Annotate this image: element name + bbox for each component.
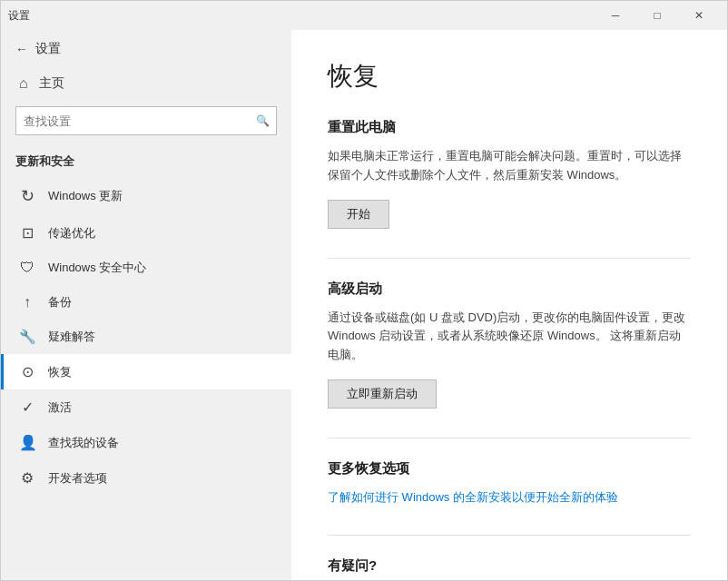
advanced-section-title: 高级启动: [328, 281, 691, 298]
sidebar-item-label: 激活: [48, 399, 72, 416]
reset-start-button[interactable]: 开始: [328, 200, 389, 229]
sidebar-item-developer[interactable]: ⚙ 开发者选项: [1, 460, 291, 496]
search-container: 🔍: [15, 106, 277, 135]
divider-1: [328, 258, 691, 259]
question-section: 有疑问?: [328, 557, 691, 575]
sidebar-item-label: Windows 更新: [48, 188, 123, 204]
main-content: 恢复 重置此电脑 如果电脑未正常运行，重置电脑可能会解决问题。重置时，可以选择保…: [291, 30, 727, 580]
titlebar-left: 设置: [8, 8, 30, 24]
windows-update-icon: ↻: [19, 186, 35, 206]
back-button[interactable]: ← 设置: [1, 30, 291, 68]
sidebar-item-windows-update[interactable]: ↻ Windows 更新: [1, 177, 291, 215]
sidebar-item-activation[interactable]: ✓ 激活: [1, 389, 291, 425]
home-icon: ⌂: [19, 75, 28, 92]
home-label: 主页: [39, 75, 64, 92]
sidebar: ← 设置 ⌂ 主页 🔍 更新和安全 ↻ Windows 更新 ⊡ 传递优化: [1, 30, 291, 580]
find-my-device-icon: 👤: [19, 434, 35, 451]
titlebar-controls: ─ □ ✕: [595, 1, 720, 30]
page-title: 恢复: [328, 59, 691, 94]
titlebar-title: 设置: [8, 8, 30, 24]
back-arrow-icon: ←: [15, 42, 28, 56]
sidebar-item-label: 备份: [48, 294, 72, 310]
maximize-button[interactable]: □: [636, 1, 678, 30]
sidebar-item-recovery[interactable]: ⊙ 恢复: [1, 354, 291, 389]
fresh-install-link[interactable]: 了解如何进行 Windows 的全新安装以便开始全新的体验: [328, 490, 618, 504]
developer-icon: ⚙: [19, 469, 35, 487]
reset-section-desc: 如果电脑未正常运行，重置电脑可能会解决问题。重置时，可以选择保留个人文件或删除个…: [328, 147, 691, 185]
backup-icon: ↑: [19, 294, 35, 310]
sidebar-item-troubleshoot[interactable]: 🔧 疑难解答: [1, 320, 291, 354]
divider-3: [328, 535, 691, 536]
sidebar-item-label: 开发者选项: [48, 470, 107, 487]
troubleshoot-icon: 🔧: [19, 329, 35, 345]
sidebar-item-label: Windows 安全中心: [48, 260, 146, 276]
delivery-optimization-icon: ⊡: [19, 224, 35, 241]
more-options-title: 更多恢复选项: [328, 460, 691, 478]
more-options-section: 更多恢复选项 了解如何进行 Windows 的全新安装以便开始全新的体验: [328, 460, 691, 506]
advanced-section-desc: 通过设备或磁盘(如 U 盘或 DVD)启动，更改你的电脑固件设置，更改 Wind…: [328, 309, 691, 365]
sidebar-item-find-my-device[interactable]: 👤 查找我的设备: [1, 425, 291, 460]
search-input[interactable]: [15, 106, 277, 135]
reset-section: 重置此电脑 如果电脑未正常运行，重置电脑可能会解决问题。重置时，可以选择保留个人…: [328, 119, 691, 229]
sidebar-section-title: 更新和安全: [1, 143, 291, 177]
sidebar-item-delivery-optimization[interactable]: ⊡ 传递优化: [1, 215, 291, 251]
sidebar-item-label: 传递优化: [48, 225, 95, 241]
sidebar-item-home[interactable]: ⌂ 主页: [1, 68, 291, 99]
sidebar-item-label: 查找我的设备: [48, 435, 119, 451]
search-icon: 🔍: [256, 114, 270, 127]
question-title: 有疑问?: [328, 557, 691, 575]
settings-window: 设置 ─ □ ✕ ← 设置 ⌂ 主页 🔍 更新和安全: [0, 0, 728, 581]
sidebar-item-label: 恢复: [48, 364, 72, 380]
advanced-section: 高级启动 通过设备或磁盘(如 U 盘或 DVD)启动，更改你的电脑固件设置，更改…: [328, 281, 691, 409]
sidebar-item-backup[interactable]: ↑ 备份: [1, 285, 291, 320]
close-button[interactable]: ✕: [678, 1, 720, 30]
recovery-icon: ⊙: [19, 363, 35, 380]
sidebar-item-windows-security[interactable]: 🛡 Windows 安全中心: [1, 251, 291, 285]
settings-title: 设置: [35, 41, 61, 57]
titlebar: 设置 ─ □ ✕: [1, 1, 727, 30]
divider-2: [328, 438, 691, 438]
sidebar-item-label: 疑难解答: [48, 329, 95, 345]
content-area: ← 设置 ⌂ 主页 🔍 更新和安全 ↻ Windows 更新 ⊡ 传递优化: [1, 30, 727, 580]
restart-now-button[interactable]: 立即重新启动: [328, 379, 437, 409]
windows-security-icon: 🛡: [19, 260, 35, 276]
activation-icon: ✓: [19, 399, 35, 416]
reset-section-title: 重置此电脑: [328, 119, 691, 136]
minimize-button[interactable]: ─: [595, 1, 636, 30]
